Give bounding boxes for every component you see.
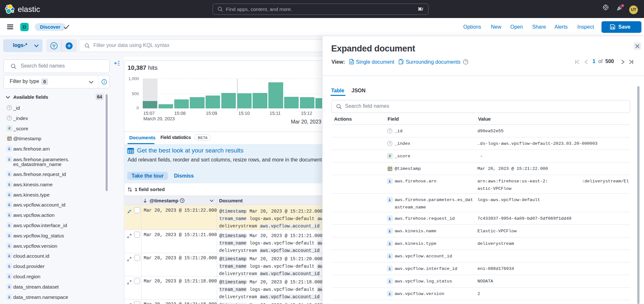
svg-text:?: ? xyxy=(8,116,10,120)
svg-text:?: ? xyxy=(8,106,10,110)
svg-text:?: ? xyxy=(465,60,467,64)
svg-text:?: ? xyxy=(389,129,391,133)
svg-text:?: ? xyxy=(389,142,391,145)
